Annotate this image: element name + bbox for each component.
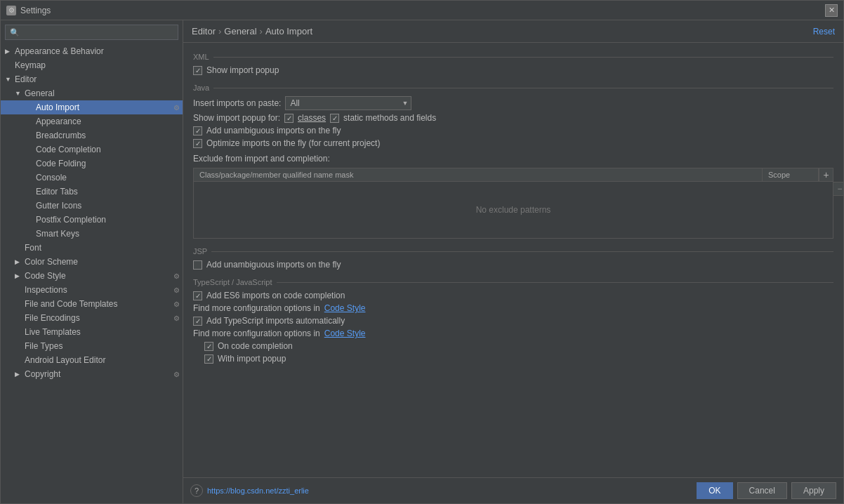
on-code-completion-row: On code completion [193,341,833,351]
sidebar-item-file-types[interactable]: File Types [1,339,183,353]
close-button[interactable]: ✕ [825,4,838,17]
table-col2-header: Scope [763,168,819,181]
insert-imports-label: Insert imports on paste: [193,98,281,108]
on-code-completion-checkbox[interactable] [204,342,213,351]
sidebar-item-smart-keys[interactable]: Smart Keys [1,227,183,241]
classes-checkbox[interactable] [284,114,294,123]
add-typescript-checkbox[interactable] [193,317,202,326]
sidebar-item-label: Live Templates [25,327,180,337]
table-side-buttons: − [833,182,843,197]
sidebar-item-label: General [25,88,180,98]
jsp-add-unambiguous-row: Add unambiguous imports on the fly [193,260,833,270]
settings-icon: ⚙ [173,104,180,112]
show-import-popup-for-row: Show import popup for: classes static me… [193,113,833,123]
sidebar-item-live-templates[interactable]: Live Templates [1,325,183,339]
breadcrumb-current: Auto Import [265,26,312,37]
insert-imports-dropdown[interactable]: All ▼ [285,96,411,110]
java-section-label: Java [193,84,833,92]
sidebar-item-inspections[interactable]: Inspections ⚙ [1,283,183,297]
main-content: 🔍 ▶ Appearance & Behavior Keymap ▼ Edito… [1,20,843,503]
sidebar-item-file-encodings[interactable]: File Encodings ⚙ [1,311,183,325]
sidebar-item-label: Inspections [25,285,171,295]
sidebar-item-label: Code Completion [36,145,180,154]
with-import-popup-checkbox[interactable] [204,354,213,364]
add-typescript-row: Add TypeScript imports automatically [193,316,833,326]
sidebar-item-breadcrumbs[interactable]: Breadcrumbs [1,128,183,142]
insert-imports-row: Insert imports on paste: All ▼ [193,96,833,110]
settings-icon: ⚙ [173,272,180,280]
table-add-button[interactable]: + [819,168,833,181]
sidebar-item-file-code-templates[interactable]: File and Code Templates ⚙ [1,297,183,311]
code-style-link-2[interactable]: Code Style [324,329,366,338]
sidebar-item-copyright[interactable]: ▶ Copyright ⚙ [1,367,183,381]
add-typescript-label: Add TypeScript imports automatically [206,316,345,326]
search-input[interactable] [22,27,173,37]
find-more-1-row: Find more configuration options in Code … [193,303,833,313]
bottom-right: OK Cancel Apply [697,482,836,499]
table-remove-button[interactable]: − [833,182,843,196]
bottom-left: ? https://blog.csdn.net/zzti_erlie [190,484,309,497]
tree: ▶ Appearance & Behavior Keymap ▼ Editor … [1,44,183,503]
show-import-popup-for-label: Show import popup for: [193,113,280,123]
sidebar-item-label: Appearance [36,117,180,126]
title-bar: ⚙ Settings ✕ [1,1,843,20]
sidebar-item-color-scheme[interactable]: ▶ Color Scheme [1,255,183,269]
sidebar-item-label: File Types [25,341,180,351]
sidebar-item-editor[interactable]: ▼ Editor [1,72,183,86]
sidebar-item-label: Keymap [15,60,180,70]
add-es6-checkbox[interactable] [193,291,202,300]
sidebar-item-code-style[interactable]: ▶ Code Style ⚙ [1,269,183,283]
apply-button[interactable]: Apply [791,482,836,499]
cancel-button[interactable]: Cancel [737,482,787,499]
table-body: No exclude patterns − [194,182,833,238]
static-methods-label: static methods and fields [343,113,436,123]
sidebar-item-label: Android Layout Editor [25,355,180,365]
help-button[interactable]: ? [190,484,203,497]
sidebar-item-label: Editor Tabs [36,187,180,197]
sidebar-item-editor-tabs[interactable]: Editor Tabs [1,185,183,199]
sidebar-item-label: Console [36,173,180,183]
breadcrumb-sep: › [218,26,221,37]
sidebar-item-general[interactable]: ▼ General [1,86,183,100]
add-es6-label: Add ES6 imports on code completion [206,291,345,300]
sidebar-item-label: Breadcrumbs [36,131,180,140]
optimize-imports-row: Optimize imports on the fly (for current… [193,138,833,148]
show-import-popup-checkbox[interactable] [193,66,202,75]
jsp-add-unambiguous-checkbox[interactable] [193,260,202,270]
optimize-imports-label: Optimize imports on the fly (for current… [206,138,380,148]
reset-button[interactable]: Reset [813,27,835,37]
optimize-imports-checkbox[interactable] [193,139,202,148]
sidebar-item-console[interactable]: Console [1,171,183,185]
sidebar-item-auto-import[interactable]: Auto Import ⚙ [1,100,183,114]
sidebar-item-gutter-icons[interactable]: Gutter Icons [1,199,183,213]
sidebar-item-code-folding[interactable]: Code Folding [1,157,183,171]
no-exclude-label: No exclude patterns [476,205,551,215]
static-methods-checkbox[interactable] [330,114,339,123]
code-style-link-1[interactable]: Code Style [324,303,366,313]
add-unambiguous-checkbox[interactable] [193,126,202,135]
arrow-icon: ▶ [5,48,15,55]
settings-window: ⚙ Settings ✕ 🔍 ▶ Appearance & Behavior [0,0,844,504]
settings-icon: ⚙ [173,371,180,378]
sidebar-item-code-completion[interactable]: Code Completion [1,142,183,157]
breadcrumb: Editor › General › Auto Import [192,26,312,37]
sidebar-item-label: Gutter Icons [36,201,180,211]
add-unambiguous-label: Add unambiguous imports on the fly [206,126,341,135]
main-panel: Editor › General › Auto Import Reset XML [183,20,843,503]
search-box[interactable]: 🔍 [5,25,178,40]
title-bar-left: ⚙ Settings [6,6,51,15]
breadcrumb-general: General [224,26,256,37]
ok-button[interactable]: OK [697,482,732,499]
search-icon: 🔍 [10,28,20,37]
sidebar-item-appearance[interactable]: Appearance [1,114,183,128]
sidebar-item-font[interactable]: Font [1,241,183,255]
sidebar-item-label: Code Style [25,271,171,281]
exclude-label-row: Exclude from import and completion: [193,154,833,164]
sidebar-item-appearance-behavior[interactable]: ▶ Appearance & Behavior [1,44,183,58]
xml-section-label: XML [193,53,833,61]
sidebar-item-keymap[interactable]: Keymap [1,58,183,72]
typescript-section: TypeScript / JavaScript Add ES6 imports … [193,278,833,364]
sidebar-item-postfix-completion[interactable]: Postfix Completion [1,213,183,227]
sidebar-item-android-layout-editor[interactable]: Android Layout Editor [1,353,183,367]
jsp-add-unambiguous-label: Add unambiguous imports on the fly [206,260,341,270]
